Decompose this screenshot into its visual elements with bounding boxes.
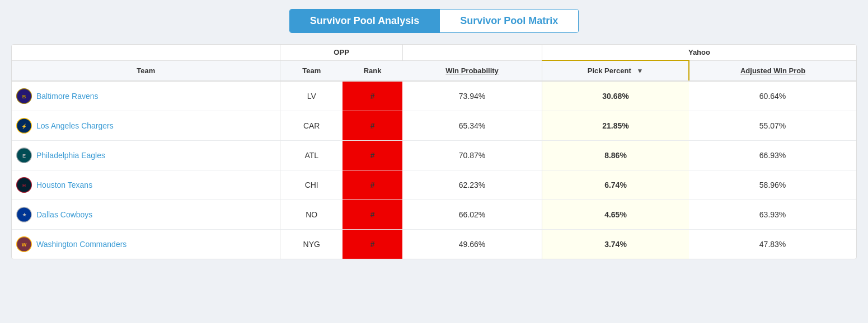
team-cell: H Houston Texans: [12, 170, 280, 200]
adjusted-win-prob-cell: 66.93%: [689, 141, 856, 170]
team-logo-commanders: W: [16, 236, 32, 252]
table-body: B Baltimore Ravens LV # 73.94% 30.68% 60…: [12, 81, 856, 259]
team-cell: ⚡ Los Angeles Chargers: [12, 111, 280, 141]
team-name: Dallas Cowboys: [36, 210, 92, 219]
survivor-table: OPP Yahoo Team Team Rank Win Probability…: [12, 45, 856, 259]
team-name: Washington Commanders: [36, 240, 126, 249]
table-row: W Washington Commanders NYG # 49.66% 3.7…: [12, 230, 856, 259]
col-header-adjusted-win-prob[interactable]: Adjusted Win Prob: [689, 60, 856, 81]
adjusted-win-prob-cell: 55.07%: [689, 111, 856, 141]
team-name: Philadelphia Eagles: [36, 151, 105, 160]
pick-percent-cell: 30.68%: [542, 81, 689, 111]
opp-team-cell: NYG: [280, 230, 342, 259]
win-probability-cell: 62.23%: [402, 170, 542, 200]
tab-bar: Survivor Pool Analysis Survivor Pool Mat…: [0, 0, 868, 44]
adjusted-win-prob-cell: 63.93%: [689, 200, 856, 230]
svg-text:W: W: [22, 242, 27, 248]
tab-container: Survivor Pool Analysis Survivor Pool Mat…: [289, 9, 579, 33]
rank-cell: #: [342, 141, 402, 170]
team-cell: E Philadelphia Eagles: [12, 141, 280, 170]
team-logo-chargers: ⚡: [16, 118, 32, 134]
group-header-team: [12, 45, 280, 60]
table-row: ★ Dallas Cowboys NO # 66.02% 4.65% 63.93…: [12, 200, 856, 230]
team-logo-texans: H: [16, 177, 32, 193]
win-probability-cell: 73.94%: [402, 81, 542, 111]
team-cell: B Baltimore Ravens: [12, 81, 280, 111]
adjusted-win-prob-cell: 58.96%: [689, 170, 856, 200]
team-logo-cowboys: ★: [16, 207, 32, 222]
adjusted-win-prob-cell: 47.83%: [689, 230, 856, 259]
group-header-yahoo: Yahoo: [542, 45, 856, 60]
opp-team-cell: CHI: [280, 170, 342, 200]
team-name: Los Angeles Chargers: [36, 121, 114, 130]
opp-team-cell: ATL: [280, 141, 342, 170]
team-name: Houston Texans: [36, 180, 92, 189]
main-table-wrapper: OPP Yahoo Team Team Rank Win Probability…: [11, 44, 857, 259]
col-header-opp-rank: Rank: [342, 60, 402, 81]
group-header-row: OPP Yahoo: [12, 45, 856, 60]
table-row: H Houston Texans CHI # 62.23% 6.74% 58.9…: [12, 170, 856, 200]
group-header-opp: OPP: [280, 45, 402, 60]
svg-text:H: H: [22, 183, 26, 188]
svg-text:E: E: [22, 153, 26, 159]
rank-cell: #: [342, 81, 402, 111]
win-probability-cell: 70.87%: [402, 141, 542, 170]
pick-percent-cell: 4.65%: [542, 200, 689, 230]
win-probability-cell: 49.66%: [402, 230, 542, 259]
col-header-opp-team: Team: [280, 60, 342, 81]
table-row: B Baltimore Ravens LV # 73.94% 30.68% 60…: [12, 81, 856, 111]
opp-team-cell: LV: [280, 81, 342, 111]
team-logo-eagles: E: [16, 148, 32, 163]
win-probability-cell: 65.34%: [402, 111, 542, 141]
rank-cell: #: [342, 111, 402, 141]
team-logo-ravens: B: [16, 88, 32, 104]
table-row: E Philadelphia Eagles ATL # 70.87% 8.86%…: [12, 141, 856, 170]
sort-arrow-icon: ▼: [636, 67, 643, 75]
rank-cell: #: [342, 200, 402, 230]
win-probability-cell: 66.02%: [402, 200, 542, 230]
team-cell: ★ Dallas Cowboys: [12, 200, 280, 230]
rank-cell: #: [342, 170, 402, 200]
table-row: ⚡ Los Angeles Chargers CAR # 65.34% 21.8…: [12, 111, 856, 141]
rank-cell: #: [342, 230, 402, 259]
col-header-pick-percent[interactable]: Pick Percent ▼: [542, 60, 689, 81]
col-header-team: Team: [12, 60, 280, 81]
col-header-win-probability[interactable]: Win Probability: [402, 60, 542, 81]
svg-text:★: ★: [22, 212, 27, 217]
col-header-row: Team Team Rank Win Probability Pick Perc…: [12, 60, 856, 81]
adjusted-win-prob-cell: 60.64%: [689, 81, 856, 111]
svg-text:B: B: [22, 93, 26, 99]
tab-survivor-pool-analysis[interactable]: Survivor Pool Analysis: [290, 10, 439, 32]
group-header-empty: [402, 45, 542, 60]
pick-percent-cell: 8.86%: [542, 141, 689, 170]
team-name: Baltimore Ravens: [36, 92, 98, 101]
pick-percent-cell: 6.74%: [542, 170, 689, 200]
svg-text:⚡: ⚡: [21, 124, 27, 130]
team-cell: W Washington Commanders: [12, 230, 280, 259]
tab-survivor-pool-matrix[interactable]: Survivor Pool Matrix: [439, 10, 578, 32]
pick-percent-cell: 21.85%: [542, 111, 689, 141]
opp-team-cell: CAR: [280, 111, 342, 141]
pick-percent-cell: 3.74%: [542, 230, 689, 259]
opp-team-cell: NO: [280, 200, 342, 230]
